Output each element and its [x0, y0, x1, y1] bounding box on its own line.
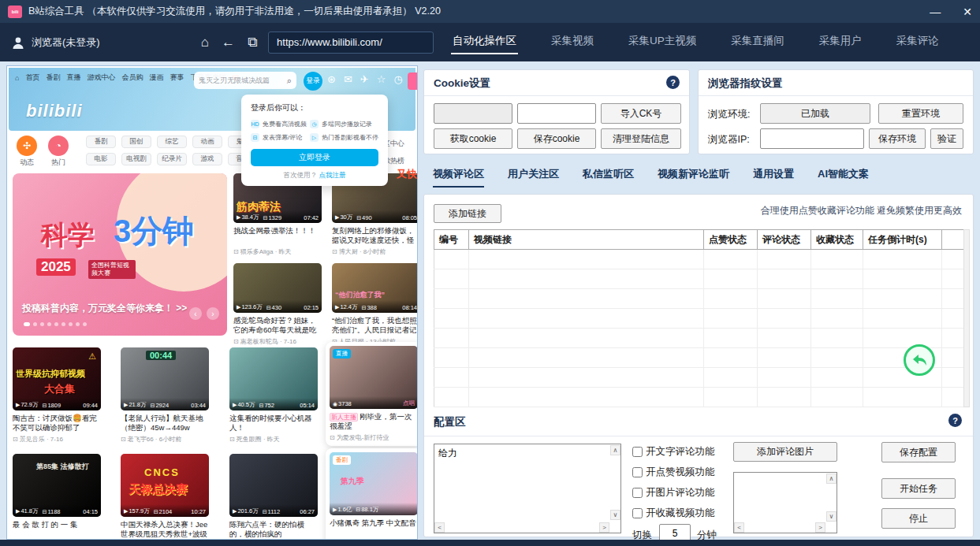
chip-game[interactable]: 游戏: [192, 153, 222, 165]
home-icon[interactable]: ⌂: [201, 35, 209, 50]
browser-ip-field[interactable]: [760, 128, 864, 149]
save-config-button[interactable]: 保存配置: [881, 442, 956, 462]
bili-nav-bangumi[interactable]: 番剧: [46, 72, 60, 83]
video-title[interactable]: 这集看的时候要小心机器人！: [229, 414, 318, 433]
chip-tv[interactable]: 电视剧: [121, 153, 151, 165]
history-icon[interactable]: ◷: [393, 73, 402, 85]
video-meta[interactable]: ⊡ 死鱼眼圈 · 昨天: [229, 435, 318, 444]
bili-nav-game[interactable]: 游戏中心: [87, 72, 115, 83]
member-icon[interactable]: ⊛: [327, 73, 336, 85]
tab-collect-video[interactable]: 采集视频: [550, 29, 595, 56]
tab-collect-user[interactable]: 采集用户: [818, 29, 863, 56]
table-row[interactable]: [434, 329, 967, 348]
bili-search-box[interactable]: 鬼灭之刃无限城决战篇 ⌕: [194, 72, 296, 89]
tab-collect-comment[interactable]: 采集评论: [895, 29, 941, 56]
video-title[interactable]: 最 会 散 打 的 一 集: [13, 520, 101, 540]
like-video-checkbox[interactable]: [632, 467, 643, 477]
video-thumbnail[interactable]: CNCS 天禄总决赛 ▶157.9万 ⊟2104 10:27: [121, 454, 209, 517]
video-title[interactable]: 陈翔六点半：硬的怕横的，横的怕疯的: [229, 520, 318, 540]
upload-button[interactable]: [408, 72, 418, 90]
table-row[interactable]: [434, 269, 967, 289]
tab-new-comment-monitor[interactable]: 视频新评论监听: [658, 167, 729, 188]
start-task-button[interactable]: 开始任务: [881, 478, 956, 499]
video-thumbnail[interactable]: ▶40.5万 ⊟752 05:14: [229, 347, 318, 410]
video-title[interactable]: 感觉鸵鸟命好苦？姐妹，它的寿命60年每天就是吃吃喝喝谈谈...: [233, 316, 322, 336]
bili-nav-mall[interactable]: 会员购: [121, 72, 143, 83]
table-row[interactable]: [434, 289, 967, 309]
video-task-table[interactable]: 编号视频链接点赞状态评论状态收藏状态任务倒计时(s): [434, 229, 967, 407]
video-card[interactable]: 世界级抗抑郁视频 大合集 ⚠ ▶72.9万 ⊟1809 09:44 陶吉吉：讨厌…: [13, 347, 101, 444]
scroll-left-icon[interactable]: <: [734, 522, 744, 533]
carousel-next-icon[interactable]: ›: [207, 307, 219, 320]
video-meta[interactable]: ⊡ 景见音乐 · 7-16: [13, 435, 101, 444]
back-icon[interactable]: ←: [222, 35, 235, 50]
video-thumbnail[interactable]: ▶201.6万 ⊟1112 06:27: [229, 454, 318, 517]
video-title[interactable]: “他们治愈了我，我也想照亮他们”。人民日报记者记录下李福贵...: [332, 316, 418, 336]
bili-nav-manga[interactable]: 漫画: [149, 72, 163, 83]
video-title[interactable]: 【老鼠人行动】航天基地（绝密）45w→449w: [121, 414, 209, 433]
table-row[interactable]: [434, 348, 967, 368]
copy-pages-icon[interactable]: ⧉: [248, 35, 257, 50]
table-row[interactable]: [434, 388, 967, 407]
tab-video-comment[interactable]: 视频评论区: [433, 167, 484, 188]
video-card[interactable]: 直播 ◉3738 点唱 新人主播刚毕业，第一次很羞涩 ⊡ 为爱发电-新打待业: [326, 342, 418, 446]
tab-automation[interactable]: 自动化操作区: [451, 29, 518, 56]
scroll-up-icon[interactable]: ∧: [610, 445, 620, 455]
bili-nav-live[interactable]: 直播: [66, 72, 80, 83]
scroll-down-icon[interactable]: ∨: [610, 510, 620, 520]
video-card[interactable]: ▶201.6万 ⊟1112 06:27 陈翔六点半：硬的怕横的，横的怕疯的 ⊡ …: [229, 454, 318, 540]
video-title[interactable]: 复刻网络上的邪修做饭，据说又好吃速度还快，怪不得被止统...: [332, 226, 418, 246]
login-now-button[interactable]: 立即登录: [251, 149, 378, 166]
science-carousel-banner[interactable]: 科学 3分钟 2025 全国科普短视频大赛 投稿科普内容，万元奖全等你来拿！ >…: [13, 173, 227, 336]
message-icon[interactable]: ✉: [344, 73, 352, 85]
help-icon[interactable]: ?: [948, 414, 962, 427]
fav-video-checkbox[interactable]: [632, 508, 643, 518]
table-scrollbar[interactable]: [963, 229, 970, 407]
bili-nav-esports[interactable]: 赛事: [170, 72, 184, 83]
text-comment-checkbox[interactable]: [632, 447, 643, 457]
stop-button[interactable]: 停止: [881, 508, 956, 529]
video-title[interactable]: 中国天禄杀入总决赛！Jee世界级甩狙天秀救世+波级战术配...: [121, 520, 209, 540]
dynamic-icon[interactable]: ✈: [360, 73, 369, 85]
video-meta[interactable]: ⊡ 博大厨 · 8小时前: [332, 247, 418, 256]
chip-anime[interactable]: 动画: [192, 136, 222, 148]
scroll-left-icon[interactable]: <: [434, 522, 445, 533]
url-input[interactable]: https://www.bilibili.com/: [268, 32, 434, 54]
video-meta[interactable]: ⊡ 为爱发电-新打待业: [330, 433, 418, 442]
scroll-right-icon[interactable]: >: [815, 522, 825, 533]
video-thumbnail[interactable]: 第85集 法修散打 ▶41.8万 ⊟1188 04:15: [13, 454, 101, 517]
save-env-button[interactable]: 保存环境: [869, 128, 926, 149]
dynamic-icon[interactable]: ✣: [17, 136, 37, 156]
favorite-icon[interactable]: ☆: [377, 73, 386, 85]
video-title[interactable]: 新人主播刚毕业，第一次很羞涩: [330, 412, 418, 432]
video-title[interactable]: 挑战全网最强举法！！！: [233, 226, 322, 246]
chip-bangumi[interactable]: 番剧: [86, 136, 116, 148]
video-thumbnail[interactable]: ▶123.6万 ⊟430 02:15: [233, 263, 322, 313]
tab-collect-live[interactable]: 采集直播间: [729, 29, 786, 56]
save-cookie-button[interactable]: 保存cookie: [517, 128, 596, 149]
video-thumbnail[interactable]: 00:44 ▶21.8万 ⊟2924 03:44: [121, 347, 209, 410]
video-card[interactable]: ▶40.5万 ⊟752 05:14 这集看的时候要小心机器人！ ⊡ 死鱼眼圈 ·…: [229, 347, 318, 444]
carousel-prev-icon[interactable]: ‹: [189, 307, 202, 320]
table-row[interactable]: [434, 250, 967, 269]
video-title[interactable]: 陶吉吉：讨厌做饭🍔看完不笑可以确诊抑郁了: [13, 414, 101, 433]
ck-value-field[interactable]: [517, 103, 596, 124]
video-card[interactable]: 00:44 ▶21.8万 ⊟2924 03:44 【老鼠人行动】航天基地（绝密）…: [121, 347, 209, 444]
table-row[interactable]: [434, 309, 967, 329]
get-cookie-button[interactable]: 获取cookie: [434, 128, 512, 149]
video-thumbnail[interactable]: 世界级抗抑郁视频 大合集 ⚠ ▶72.9万 ⊟1809 09:44: [13, 347, 101, 410]
help-icon[interactable]: ?: [666, 76, 680, 89]
add-link-button[interactable]: 添加链接: [434, 204, 501, 223]
chip-movie[interactable]: 电影: [86, 153, 116, 165]
add-comment-image-button[interactable]: 添加评论图片: [733, 442, 837, 462]
tab-dm-monitor[interactable]: 私信监听区: [583, 167, 634, 188]
video-thumbnail[interactable]: 番剧 第九季 ▶1.6亿 ⊟88.1万: [330, 452, 418, 515]
video-thumbnail[interactable]: 直播 ◉3738 点唱: [330, 346, 418, 409]
scroll-up-icon[interactable]: ∧: [826, 474, 837, 484]
bili-nav-home[interactable]: 首页: [25, 72, 39, 83]
tab-ai-copywriting[interactable]: AI智能文案: [818, 167, 869, 188]
clear-login-button[interactable]: 清理登陆信息: [601, 128, 681, 149]
image-comment-checkbox[interactable]: [632, 488, 643, 498]
minimize-button[interactable]: —: [930, 6, 941, 17]
carousel-dots[interactable]: [24, 322, 87, 326]
